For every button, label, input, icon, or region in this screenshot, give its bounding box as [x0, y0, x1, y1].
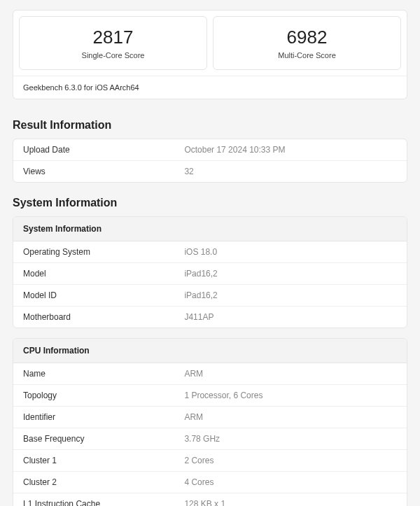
table-row: Topology1 Processor, 6 Cores	[13, 385, 407, 407]
row-value: ARM	[174, 407, 407, 428]
row-label: Cluster 2	[13, 472, 174, 493]
table-row: ModeliPad16,2	[13, 263, 407, 285]
table-row: Base Frequency3.78 GHz	[13, 428, 407, 450]
table-row: NameARM	[13, 363, 407, 385]
row-value: ARM	[174, 363, 407, 384]
row-label: Cluster 1	[13, 450, 174, 471]
row-value: 32	[174, 161, 407, 182]
row-value: iPad16,2	[174, 285, 407, 306]
info-table: CPU InformationNameARMTopology1 Processo…	[13, 338, 407, 506]
info-table: System InformationOperating SystemiOS 18…	[13, 216, 407, 328]
row-label: Model ID	[13, 285, 174, 306]
table-row: Cluster 24 Cores	[13, 472, 407, 493]
result-info-title: Result Information	[13, 119, 407, 132]
row-label: Model	[13, 263, 174, 284]
row-value: 2 Cores	[174, 450, 407, 471]
table-row: Operating SystemiOS 18.0	[13, 241, 407, 263]
version-row: Geekbench 6.3.0 for iOS AArch64	[13, 76, 407, 99]
table-header: System Information	[13, 217, 407, 241]
row-label: Identifier	[13, 407, 174, 428]
row-value: 4 Cores	[174, 472, 407, 493]
single-core-value: 2817	[27, 27, 200, 48]
row-label: Topology	[13, 385, 174, 406]
system-info-title: System Information	[13, 197, 407, 209]
multi-core-box: 6982 Multi-Core Score	[213, 16, 401, 70]
row-value: iPad16,2	[174, 263, 407, 284]
table-row: IdentifierARM	[13, 407, 407, 428]
table-row: L1 Instruction Cache128 KB x 1	[13, 493, 407, 506]
table-header: CPU Information	[13, 339, 407, 363]
row-value: iOS 18.0	[174, 241, 407, 262]
system-info-section: System Information System InformationOpe…	[13, 197, 407, 506]
multi-core-value: 6982	[220, 27, 393, 48]
row-label: Views	[13, 161, 174, 182]
row-value: J411AP	[174, 307, 407, 328]
row-label: Motherboard	[13, 307, 174, 328]
row-value: 3.78 GHz	[174, 428, 407, 449]
row-label: Name	[13, 363, 174, 384]
row-label: Upload Date	[13, 139, 174, 160]
row-value: 128 KB x 1	[174, 493, 407, 506]
row-value: 1 Processor, 6 Cores	[174, 385, 407, 406]
result-info-section: Result Information Upload DateOctober 17…	[13, 119, 407, 183]
row-label: L1 Instruction Cache	[13, 493, 174, 506]
table-row: MotherboardJ411AP	[13, 307, 407, 328]
table-row: Cluster 12 Cores	[13, 450, 407, 472]
table-row: Views32	[13, 161, 407, 182]
scores-card: 2817 Single-Core Score 6982 Multi-Core S…	[13, 10, 407, 99]
multi-core-label: Multi-Core Score	[220, 51, 393, 59]
row-label: Base Frequency	[13, 428, 174, 449]
table-row: Upload DateOctober 17 2024 10:33 PM	[13, 139, 407, 161]
result-info-table: Upload DateOctober 17 2024 10:33 PMViews…	[13, 139, 407, 183]
table-row: Model IDiPad16,2	[13, 285, 407, 307]
row-value: October 17 2024 10:33 PM	[174, 139, 407, 160]
scores-row: 2817 Single-Core Score 6982 Multi-Core S…	[13, 10, 407, 76]
row-label: Operating System	[13, 241, 174, 262]
single-core-label: Single-Core Score	[27, 51, 200, 59]
single-core-box: 2817 Single-Core Score	[19, 16, 207, 70]
